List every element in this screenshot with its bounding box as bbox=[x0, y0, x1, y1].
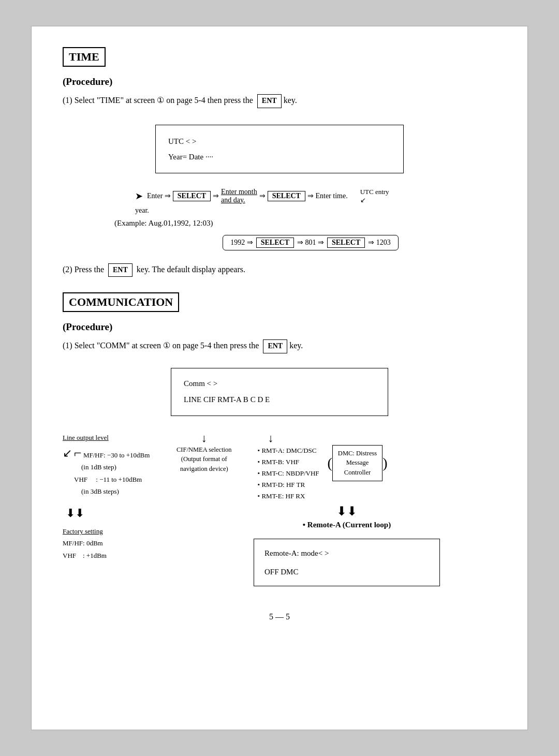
time-procedure-heading: (Procedure) bbox=[63, 76, 496, 87]
ent-key-1: ENT bbox=[257, 94, 282, 108]
comm-section-title: COMMUNICATION bbox=[63, 292, 179, 312]
page: TIME (Procedure) (1) Select "TIME" at sc… bbox=[31, 26, 528, 730]
left-annotations: Line output level ↙ ⌐ MF/HF: −30 to +10d… bbox=[63, 432, 166, 562]
rmt-list: • RMT-A: DMC/DSC • RMT-B: VHF • RMT-C: N… bbox=[258, 445, 319, 502]
page-number: 5 — 5 bbox=[63, 612, 496, 621]
select-key-2: SELECT bbox=[268, 191, 305, 201]
time-step2: (2) Press the ENT key. The default displ… bbox=[63, 263, 496, 277]
time-diagram-row: ➤ Enter ⇒ SELECT ⇒ Enter monthand day. ⇒… bbox=[135, 188, 496, 204]
remote-current-loop-label: • Remote-A (Current loop) bbox=[197, 521, 496, 529]
ent-key-2: ENT bbox=[108, 263, 133, 277]
remote-screen-box: Remote-A: mode< > OFF DMC bbox=[254, 539, 440, 586]
year-label: year. bbox=[135, 206, 496, 215]
time-section-title: TIME bbox=[63, 47, 106, 67]
select-key-4: SELECT bbox=[327, 238, 365, 248]
utc-screen-line1: UTC < > bbox=[168, 134, 391, 149]
comm-procedure-heading: (Procedure) bbox=[63, 321, 496, 333]
comm-screen-line2: LINE CIF RMT-A B C D E bbox=[184, 392, 375, 408]
select-key-3: SELECT bbox=[256, 238, 294, 248]
example-label: (Example: Aug.01,1992, 12:03) bbox=[114, 219, 496, 228]
select-key-1: SELECT bbox=[173, 191, 211, 201]
comm-diagram: Line output level ↙ ⌐ MF/HF: −30 to +10d… bbox=[63, 432, 496, 591]
remote-screen-line1: Remote-A: mode< > bbox=[264, 545, 429, 561]
utc-screen-box: UTC < > Year= Date ···· bbox=[155, 125, 404, 173]
comm-step1: (1) Select "COMM" at screen ① on page 5-… bbox=[63, 339, 496, 353]
example-box: 1992 ⇒ SELECT ⇒ 801 ⇒ SELECT ⇒ 1203 bbox=[223, 235, 399, 250]
comm-screen-line1: Comm < > bbox=[184, 376, 375, 392]
utc-screen-line2: Year= Date ···· bbox=[168, 149, 391, 165]
dmc-bubble: DMC: Distress Message Controller bbox=[332, 445, 383, 481]
remote-screen-line2: OFF DMC bbox=[264, 564, 429, 580]
time-step1: (1) Select "TIME" at screen ① on page 5-… bbox=[63, 94, 496, 108]
center-right-diagram: ↓ CIF/NMEA selection(Output format ofnav… bbox=[176, 432, 496, 591]
ent-key-3: ENT bbox=[263, 339, 287, 353]
comm-screen-box: Comm < > LINE CIF RMT-A B C D E bbox=[171, 368, 388, 416]
